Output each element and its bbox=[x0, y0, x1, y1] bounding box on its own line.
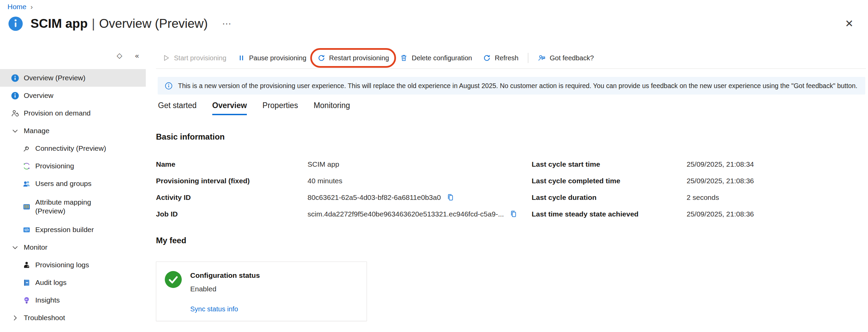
sidebar-item-label: Provision on demand bbox=[24, 109, 91, 117]
copy-icon[interactable] bbox=[446, 193, 455, 202]
info-label: Last cycle duration bbox=[532, 193, 687, 202]
got-feedback-button[interactable]: Got feedback? bbox=[532, 50, 599, 66]
card-title: Configuration status bbox=[190, 271, 260, 279]
trash-icon bbox=[400, 54, 408, 62]
command-bar: Start provisioning Pause provisioning Re… bbox=[157, 49, 866, 66]
sidebar-item-label: Audit logs bbox=[35, 278, 66, 287]
attribute-mapping-icon bbox=[22, 203, 31, 211]
tab-properties[interactable]: Properties bbox=[262, 101, 298, 115]
info-row-job-id: Job ID scim.4da2272f9f5e40be963463620e51… bbox=[156, 206, 515, 222]
sidebar-item-overview[interactable]: Overview bbox=[0, 87, 146, 104]
info-row-last-cycle-duration: Last cycle duration 2 seconds bbox=[532, 189, 868, 206]
toolbar-divider bbox=[528, 53, 528, 63]
breadcrumb: Home › bbox=[7, 3, 33, 11]
basic-info-left-column: Name SCIM app Provisioning interval (fix… bbox=[156, 156, 515, 222]
info-row-steady-state: Last time steady state achieved 25/09/20… bbox=[532, 206, 868, 222]
app-name: SCIM app bbox=[31, 17, 88, 30]
sidebar-item-label: Troubleshoot bbox=[24, 314, 65, 322]
sidebar-item-troubleshoot[interactable]: Troubleshoot bbox=[0, 309, 146, 327]
sidebar-item-manage[interactable]: Manage bbox=[0, 122, 146, 140]
sidebar-item-expression-builder[interactable]: Expression builder bbox=[0, 221, 146, 238]
sidebar-item-provisioning[interactable]: Provisioning bbox=[0, 157, 146, 175]
basic-info-right-column: Last cycle start time 25/09/2025, 21:08:… bbox=[532, 156, 868, 222]
resize-icon[interactable]: ◇ bbox=[117, 51, 122, 60]
toolbar-label: Restart provisioning bbox=[329, 54, 389, 62]
sidebar-item-attribute-mapping[interactable]: Attribute mapping (Preview) bbox=[0, 192, 146, 221]
basic-information-title: Basic information bbox=[156, 132, 225, 142]
sidebar-item-label: Attribute mapping (Preview) bbox=[35, 198, 108, 216]
title-separator: | bbox=[92, 17, 95, 30]
users-icon bbox=[22, 180, 31, 188]
expression-builder-icon bbox=[22, 226, 31, 234]
sidebar-item-label: Users and groups bbox=[35, 180, 92, 188]
start-provisioning-button[interactable]: Start provisioning bbox=[157, 50, 232, 66]
sidebar-item-label: Provisioning bbox=[35, 162, 74, 170]
sidebar-item-users-and-groups[interactable]: Users and groups bbox=[0, 175, 146, 192]
sidebar-item-label: Connectivity (Preview) bbox=[35, 144, 106, 152]
tab-overview[interactable]: Overview bbox=[212, 101, 247, 115]
sidebar-item-label: Insights bbox=[35, 296, 60, 304]
tab-bar: Get started Overview Properties Monitori… bbox=[158, 101, 350, 115]
toolbar-label: Start provisioning bbox=[174, 54, 226, 62]
sidebar-item-provision-on-demand[interactable]: Provision on demand bbox=[0, 104, 146, 122]
provision-on-demand-icon bbox=[11, 109, 19, 118]
sidebar-item-provisioning-logs[interactable]: Provisioning logs bbox=[0, 256, 146, 274]
refresh-button[interactable]: Refresh bbox=[477, 50, 524, 66]
sidebar-item-label: Overview bbox=[24, 91, 54, 100]
info-row-provisioning-interval: Provisioning interval (fixed) 40 minutes bbox=[156, 172, 515, 189]
sidebar-item-connectivity[interactable]: Connectivity (Preview) bbox=[0, 140, 146, 157]
provisioning-logs-icon bbox=[22, 261, 31, 269]
info-value: 80c63621-62a5-4d03-bf82-6a6811e0b3a0 bbox=[308, 193, 455, 202]
page-header: SCIM app|Overview (Preview) ⋯ bbox=[8, 16, 232, 31]
info-icon bbox=[11, 91, 19, 100]
page-subtitle: Overview (Preview) bbox=[99, 17, 208, 30]
sidebar-item-audit-logs[interactable]: Audit logs bbox=[0, 274, 146, 291]
chevron-down-icon bbox=[11, 243, 19, 252]
feedback-icon bbox=[538, 54, 546, 62]
info-icon bbox=[11, 74, 19, 82]
chevron-right-icon bbox=[11, 314, 19, 322]
toolbar-label: Pause provisioning bbox=[249, 54, 307, 62]
provisioning-icon bbox=[22, 162, 31, 170]
check-circle-icon bbox=[164, 271, 182, 288]
configuration-status-card: Configuration status Enabled Sync status… bbox=[156, 262, 367, 321]
pause-provisioning-button[interactable]: Pause provisioning bbox=[232, 50, 312, 66]
my-feed-title: My feed bbox=[156, 236, 186, 245]
sidebar-controls: ◇ « bbox=[117, 51, 139, 60]
breadcrumb-home-link[interactable]: Home bbox=[7, 3, 26, 11]
sidebar-item-label: Overview (Preview) bbox=[24, 74, 85, 82]
more-options-button[interactable]: ⋯ bbox=[222, 18, 232, 29]
info-value: 25/09/2025, 21:08:34 bbox=[687, 160, 754, 168]
delete-configuration-button[interactable]: Delete configuration bbox=[394, 50, 477, 66]
audit-logs-icon bbox=[22, 278, 31, 287]
close-button[interactable]: ✕ bbox=[845, 18, 853, 29]
info-row-activity-id: Activity ID 80c63621-62a5-4d03-bf82-6a68… bbox=[156, 189, 515, 206]
sync-status-info-link[interactable]: Sync status info bbox=[190, 305, 238, 313]
sidebar-nav: Overview (Preview) Overview Provision on… bbox=[0, 69, 146, 327]
toolbar-label: Delete configuration bbox=[412, 54, 472, 62]
pause-icon bbox=[237, 54, 245, 62]
refresh-icon bbox=[483, 54, 491, 62]
sidebar-item-monitor[interactable]: Monitor bbox=[0, 238, 146, 256]
copy-icon[interactable] bbox=[509, 210, 518, 218]
info-row-last-cycle-completed: Last cycle completed time 25/09/2025, 21… bbox=[532, 172, 868, 189]
info-label: Name bbox=[156, 160, 308, 168]
sidebar-item-overview-preview[interactable]: Overview (Preview) bbox=[0, 69, 146, 87]
chevron-down-icon bbox=[11, 127, 19, 135]
tab-get-started[interactable]: Get started bbox=[158, 101, 197, 115]
tab-monitoring[interactable]: Monitoring bbox=[314, 101, 350, 115]
sidebar: ◇ « Overview (Preview) Overview Provisio… bbox=[0, 47, 146, 332]
sidebar-item-label: Provisioning logs bbox=[35, 261, 89, 269]
info-value: 25/09/2025, 21:08:36 bbox=[687, 210, 754, 218]
restart-provisioning-button[interactable]: Restart provisioning bbox=[312, 50, 395, 66]
info-label: Activity ID bbox=[156, 193, 308, 202]
info-icon bbox=[164, 82, 173, 90]
collapse-sidebar-icon[interactable]: « bbox=[135, 51, 139, 60]
sidebar-item-label: Expression builder bbox=[35, 226, 94, 234]
play-icon bbox=[162, 54, 170, 62]
connectivity-icon bbox=[22, 144, 31, 153]
info-row-last-cycle-start: Last cycle start time 25/09/2025, 21:08:… bbox=[532, 156, 868, 172]
info-label: Last cycle completed time bbox=[532, 177, 687, 185]
insights-icon bbox=[22, 296, 31, 305]
sidebar-item-insights[interactable]: Insights bbox=[0, 291, 146, 309]
